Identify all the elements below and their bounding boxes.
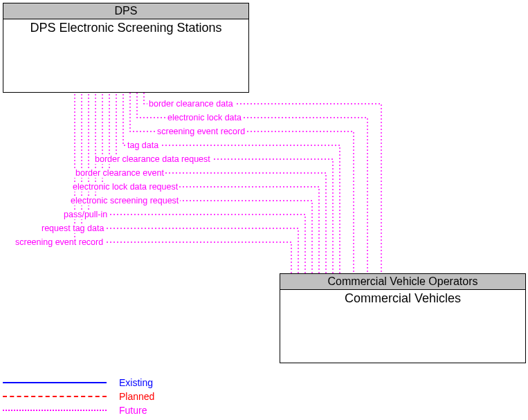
legend-row-planned: Planned [3, 390, 154, 403]
flow-label[interactable]: screening event record [14, 237, 104, 247]
node-dps[interactable]: DPS DPS Electronic Screening Stations [3, 3, 249, 93]
node-dps-title: DPS Electronic Screening Stations [3, 19, 248, 37]
legend-swatch-planned [3, 396, 107, 397]
flow-label[interactable]: request tag data [40, 223, 105, 233]
flow-label[interactable]: electronic screening request [69, 196, 180, 206]
node-commercial-vehicles[interactable]: Commercial Vehicle Operators Commercial … [280, 273, 526, 363]
legend-row-future: Future [3, 403, 154, 417]
node-cv-title: Commercial Vehicles [280, 290, 525, 307]
legend-swatch-existing [3, 382, 107, 383]
legend-row-existing: Existing [3, 376, 154, 390]
legend-label-future: Future [119, 405, 147, 416]
legend-label-planned: Planned [119, 391, 154, 402]
flow-label[interactable]: electronic lock data [166, 113, 243, 122]
flow-label[interactable]: tag data [126, 140, 160, 150]
legend-label-existing: Existing [119, 377, 153, 388]
node-dps-header: DPS [3, 3, 248, 19]
flow-label[interactable]: border clearance data request [93, 154, 212, 164]
flow-label[interactable]: border clearance event [74, 168, 165, 178]
legend-swatch-future [3, 410, 107, 411]
legend: Existing Planned Future [3, 376, 154, 417]
flow-label[interactable]: pass/pull-in [62, 210, 109, 219]
flow-label[interactable]: screening event record [156, 127, 246, 136]
node-cv-header: Commercial Vehicle Operators [280, 274, 525, 290]
flow-label[interactable]: border clearance data [147, 99, 235, 109]
flow-label[interactable]: electronic lock data request [71, 182, 179, 192]
